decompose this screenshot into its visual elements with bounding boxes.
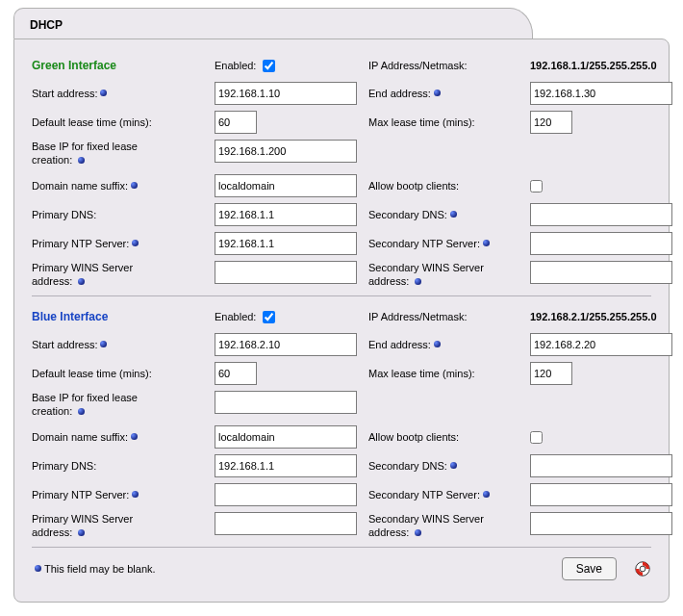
green-secondary-ntp-input[interactable] bbox=[530, 232, 672, 255]
blue-start-address-input[interactable] bbox=[215, 333, 357, 356]
optional-dot-icon bbox=[132, 491, 139, 498]
optional-dot-icon bbox=[483, 491, 490, 498]
start-address-label: Start address: bbox=[32, 339, 97, 350]
domain-suffix-label: Domain name suffix: bbox=[32, 180, 128, 192]
svg-point-1 bbox=[640, 566, 645, 572]
optional-dot-icon bbox=[450, 462, 457, 469]
base-ip-label1: Base IP for fixed lease bbox=[32, 141, 138, 152]
optional-dot-icon bbox=[434, 341, 441, 347]
optional-dot-icon bbox=[35, 565, 41, 572]
allow-bootp-label: Allow bootp clients: bbox=[368, 180, 459, 192]
end-address-label: End address: bbox=[368, 339, 431, 350]
default-lease-label: Default lease time (mins): bbox=[32, 368, 152, 379]
secondary-dns-label: Secondary DNS: bbox=[368, 460, 447, 472]
dhcp-panel: Green Interface Enabled: IP Address/Netm… bbox=[13, 38, 670, 603]
ip-netmask-label: IP Address/Netmask: bbox=[368, 311, 468, 322]
green-max-lease-input[interactable] bbox=[530, 111, 572, 134]
blue-end-address-input[interactable] bbox=[530, 333, 672, 356]
primary-wins-label2: address: bbox=[32, 275, 72, 287]
optional-dot-icon bbox=[483, 240, 490, 246]
optional-dot-icon bbox=[434, 90, 441, 96]
optional-dot-icon bbox=[78, 529, 85, 536]
blue-max-lease-input[interactable] bbox=[530, 362, 572, 385]
blue-interface-heading: Blue Interface bbox=[32, 310, 108, 323]
enabled-label: Enabled: bbox=[215, 311, 256, 322]
primary-wins-label1: Primary WINS Server bbox=[32, 513, 133, 525]
blue-primary-dns-input[interactable] bbox=[215, 454, 357, 477]
enabled-label: Enabled: bbox=[215, 60, 256, 71]
blue-secondary-ntp-input[interactable] bbox=[530, 483, 672, 506]
blue-domain-suffix-input[interactable] bbox=[215, 425, 357, 449]
max-lease-label: Max lease time (mins): bbox=[368, 368, 475, 379]
green-primary-wins-input[interactable] bbox=[215, 261, 357, 284]
section-divider bbox=[32, 295, 651, 296]
secondary-wins-label1: Secondary WINS Server bbox=[368, 262, 484, 273]
optional-dot-icon bbox=[78, 157, 85, 164]
blue-secondary-wins-input[interactable] bbox=[530, 512, 672, 535]
secondary-dns-label: Secondary DNS: bbox=[368, 209, 447, 220]
green-primary-ntp-input[interactable] bbox=[215, 232, 357, 255]
page-tab: DHCP bbox=[13, 8, 533, 38]
ip-netmask-label: IP Address/Netmask: bbox=[368, 60, 468, 71]
green-base-ip-input[interactable] bbox=[215, 140, 357, 163]
optional-dot-icon bbox=[132, 240, 139, 246]
primary-wins-label2: address: bbox=[32, 526, 72, 538]
secondary-ntp-label: Secondary NTP Server: bbox=[368, 238, 480, 249]
secondary-wins-label2: address: bbox=[368, 526, 409, 538]
domain-suffix-label: Domain name suffix: bbox=[32, 431, 128, 443]
blue-default-lease-input[interactable] bbox=[215, 362, 257, 385]
green-domain-suffix-input[interactable] bbox=[215, 174, 357, 197]
primary-ntp-label: Primary NTP Server: bbox=[32, 489, 129, 500]
blue-primary-wins-input[interactable] bbox=[215, 512, 357, 535]
green-secondary-wins-input[interactable] bbox=[530, 261, 672, 284]
optional-dot-icon bbox=[78, 278, 85, 285]
primary-wins-label1: Primary WINS Server bbox=[32, 262, 133, 273]
green-secondary-dns-input[interactable] bbox=[530, 203, 672, 226]
end-address-label: End address: bbox=[368, 88, 431, 99]
green-allow-bootp-checkbox[interactable] bbox=[530, 180, 543, 192]
footer-note: This field may be blank. bbox=[44, 563, 156, 575]
default-lease-label: Default lease time (mins): bbox=[32, 116, 152, 128]
base-ip-label2: creation: bbox=[32, 154, 72, 166]
blue-base-ip-input[interactable] bbox=[215, 391, 357, 414]
optional-dot-icon bbox=[131, 182, 138, 189]
primary-ntp-label: Primary NTP Server: bbox=[32, 238, 129, 249]
max-lease-label: Max lease time (mins): bbox=[368, 116, 475, 128]
base-ip-label1: Base IP for fixed lease bbox=[32, 392, 138, 403]
blue-secondary-dns-input[interactable] bbox=[530, 454, 672, 477]
save-button[interactable]: Save bbox=[562, 557, 617, 580]
primary-dns-label: Primary DNS: bbox=[32, 460, 96, 472]
blue-allow-bootp-checkbox[interactable] bbox=[530, 431, 543, 444]
optional-dot-icon bbox=[78, 408, 85, 415]
optional-dot-icon bbox=[415, 529, 421, 536]
green-start-address-input[interactable] bbox=[215, 82, 357, 105]
optional-dot-icon bbox=[415, 278, 421, 285]
secondary-wins-label2: address: bbox=[368, 275, 409, 287]
green-ip-netmask-value: 192.168.1.1/255.255.255.0 bbox=[530, 60, 657, 71]
blue-primary-ntp-input[interactable] bbox=[215, 483, 357, 506]
secondary-wins-label1: Secondary WINS Server bbox=[368, 513, 484, 525]
optional-dot-icon bbox=[450, 211, 457, 218]
blue-ip-netmask-value: 192.168.2.1/255.255.255.0 bbox=[530, 311, 657, 322]
green-primary-dns-input[interactable] bbox=[215, 203, 357, 226]
primary-dns-label: Primary DNS: bbox=[32, 209, 96, 220]
start-address-label: Start address: bbox=[32, 88, 97, 99]
page-title: DHCP bbox=[30, 18, 63, 32]
help-lifebuoy-icon[interactable] bbox=[634, 560, 651, 578]
blue-enabled-checkbox[interactable] bbox=[263, 311, 275, 323]
optional-dot-icon bbox=[100, 90, 107, 96]
green-interface-heading: Green Interface bbox=[32, 59, 116, 72]
allow-bootp-label: Allow bootp clients: bbox=[368, 431, 459, 443]
optional-dot-icon bbox=[100, 341, 107, 347]
green-end-address-input[interactable] bbox=[530, 82, 672, 105]
optional-dot-icon bbox=[131, 433, 138, 440]
secondary-ntp-label: Secondary NTP Server: bbox=[368, 489, 480, 500]
green-default-lease-input[interactable] bbox=[215, 111, 257, 134]
section-divider bbox=[32, 547, 651, 548]
base-ip-label2: creation: bbox=[32, 405, 72, 417]
green-enabled-checkbox[interactable] bbox=[263, 60, 275, 72]
